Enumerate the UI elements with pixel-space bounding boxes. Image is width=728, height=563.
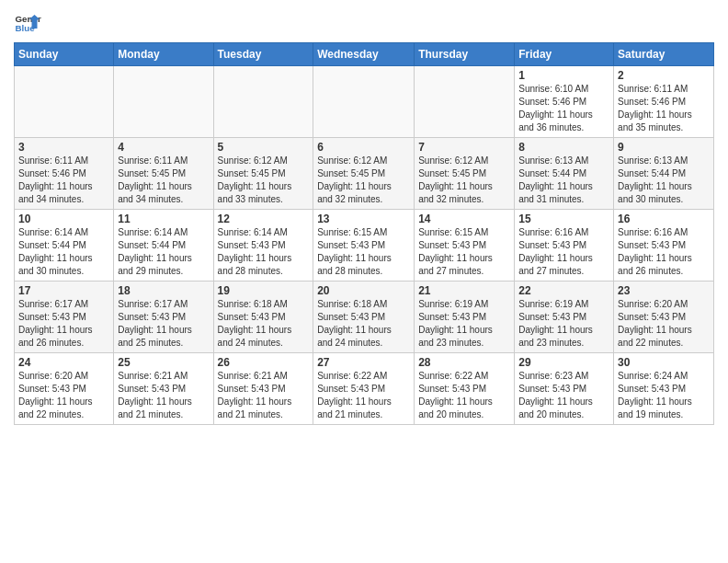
calendar-cell (114, 66, 213, 138)
calendar-cell: 13Sunrise: 6:15 AM Sunset: 5:43 PM Dayli… (313, 210, 415, 282)
day-number: 16 (618, 213, 710, 225)
calendar-cell: 6Sunrise: 6:12 AM Sunset: 5:45 PM Daylig… (313, 138, 415, 210)
day-info: Sunrise: 6:14 AM Sunset: 5:44 PM Dayligh… (118, 226, 209, 278)
calendar-cell: 7Sunrise: 6:12 AM Sunset: 5:45 PM Daylig… (415, 138, 515, 210)
day-number: 23 (618, 284, 710, 297)
day-number: 13 (317, 213, 410, 225)
day-info: Sunrise: 6:13 AM Sunset: 5:44 PM Dayligh… (518, 155, 609, 206)
day-number: 21 (418, 284, 510, 297)
calendar-cell (415, 66, 515, 138)
day-number: 4 (118, 141, 209, 154)
calendar-cell: 5Sunrise: 6:12 AM Sunset: 5:45 PM Daylig… (213, 138, 313, 210)
calendar-cell (213, 66, 313, 138)
calendar-header-row: SundayMondayTuesdayWednesdayThursdayFrid… (15, 43, 714, 66)
logo-icon: General Blue (14, 9, 41, 37)
day-info: Sunrise: 6:13 AM Sunset: 5:44 PM Dayligh… (618, 155, 710, 206)
day-info: Sunrise: 6:16 AM Sunset: 5:43 PM Dayligh… (618, 226, 710, 278)
day-info: Sunrise: 6:11 AM Sunset: 5:46 PM Dayligh… (18, 155, 109, 206)
day-number: 30 (618, 356, 710, 369)
day-info: Sunrise: 6:15 AM Sunset: 5:43 PM Dayligh… (418, 226, 510, 278)
calendar-cell: 23Sunrise: 6:20 AM Sunset: 5:43 PM Dayli… (614, 282, 714, 353)
calendar-cell: 19Sunrise: 6:18 AM Sunset: 5:43 PM Dayli… (213, 282, 313, 353)
weekday-header-sunday: Sunday (15, 43, 114, 66)
weekday-header-saturday: Saturday (614, 43, 714, 66)
calendar-cell: 1Sunrise: 6:10 AM Sunset: 5:46 PM Daylig… (515, 66, 614, 138)
day-number: 15 (518, 213, 609, 225)
calendar-cell: 28Sunrise: 6:22 AM Sunset: 5:43 PM Dayli… (415, 353, 515, 425)
day-number: 25 (118, 356, 209, 369)
calendar-cell: 21Sunrise: 6:19 AM Sunset: 5:43 PM Dayli… (415, 282, 515, 353)
calendar-body: 1Sunrise: 6:10 AM Sunset: 5:46 PM Daylig… (15, 66, 714, 425)
day-number: 22 (518, 284, 609, 297)
calendar-cell: 12Sunrise: 6:14 AM Sunset: 5:43 PM Dayli… (213, 210, 313, 282)
day-info: Sunrise: 6:22 AM Sunset: 5:43 PM Dayligh… (418, 370, 510, 421)
weekday-header-friday: Friday (515, 43, 614, 66)
day-info: Sunrise: 6:22 AM Sunset: 5:43 PM Dayligh… (317, 370, 410, 421)
calendar-cell: 24Sunrise: 6:20 AM Sunset: 5:43 PM Dayli… (15, 353, 114, 425)
calendar-cell: 14Sunrise: 6:15 AM Sunset: 5:43 PM Dayli… (415, 210, 515, 282)
calendar-cell: 26Sunrise: 6:21 AM Sunset: 5:43 PM Dayli… (213, 353, 313, 425)
day-info: Sunrise: 6:18 AM Sunset: 5:43 PM Dayligh… (218, 298, 310, 350)
day-number: 20 (317, 284, 410, 297)
day-info: Sunrise: 6:12 AM Sunset: 5:45 PM Dayligh… (418, 155, 510, 206)
calendar-cell: 17Sunrise: 6:17 AM Sunset: 5:43 PM Dayli… (15, 282, 114, 353)
day-info: Sunrise: 6:19 AM Sunset: 5:43 PM Dayligh… (418, 298, 510, 350)
day-number: 8 (518, 141, 609, 154)
calendar-cell: 8Sunrise: 6:13 AM Sunset: 5:44 PM Daylig… (515, 138, 614, 210)
day-number: 3 (18, 141, 109, 154)
day-number: 1 (518, 69, 609, 82)
calendar-cell: 15Sunrise: 6:16 AM Sunset: 5:43 PM Dayli… (515, 210, 614, 282)
day-number: 14 (418, 213, 510, 225)
day-number: 28 (418, 356, 510, 369)
day-number: 6 (317, 141, 410, 154)
calendar-cell: 18Sunrise: 6:17 AM Sunset: 5:43 PM Dayli… (114, 282, 213, 353)
day-number: 26 (218, 356, 310, 369)
calendar-cell: 16Sunrise: 6:16 AM Sunset: 5:43 PM Dayli… (614, 210, 714, 282)
calendar-week-4: 17Sunrise: 6:17 AM Sunset: 5:43 PM Dayli… (15, 282, 714, 353)
day-info: Sunrise: 6:12 AM Sunset: 5:45 PM Dayligh… (317, 155, 410, 206)
calendar-cell: 22Sunrise: 6:19 AM Sunset: 5:43 PM Dayli… (515, 282, 614, 353)
calendar-cell (15, 66, 114, 138)
day-info: Sunrise: 6:15 AM Sunset: 5:43 PM Dayligh… (317, 226, 410, 278)
weekday-header-wednesday: Wednesday (313, 43, 415, 66)
calendar-cell: 10Sunrise: 6:14 AM Sunset: 5:44 PM Dayli… (15, 210, 114, 282)
calendar-cell: 9Sunrise: 6:13 AM Sunset: 5:44 PM Daylig… (614, 138, 714, 210)
day-info: Sunrise: 6:20 AM Sunset: 5:43 PM Dayligh… (618, 298, 710, 350)
day-info: Sunrise: 6:14 AM Sunset: 5:43 PM Dayligh… (218, 226, 310, 278)
day-info: Sunrise: 6:16 AM Sunset: 5:43 PM Dayligh… (518, 226, 609, 278)
calendar-cell: 11Sunrise: 6:14 AM Sunset: 5:44 PM Dayli… (114, 210, 213, 282)
day-number: 10 (18, 213, 109, 225)
calendar-cell: 29Sunrise: 6:23 AM Sunset: 5:43 PM Dayli… (515, 353, 614, 425)
day-number: 18 (118, 284, 209, 297)
day-info: Sunrise: 6:19 AM Sunset: 5:43 PM Dayligh… (518, 298, 609, 350)
day-number: 17 (18, 284, 109, 297)
calendar-cell: 2Sunrise: 6:11 AM Sunset: 5:46 PM Daylig… (614, 66, 714, 138)
weekday-header-tuesday: Tuesday (213, 43, 313, 66)
day-info: Sunrise: 6:17 AM Sunset: 5:43 PM Dayligh… (118, 298, 209, 350)
day-info: Sunrise: 6:11 AM Sunset: 5:45 PM Dayligh… (118, 155, 209, 206)
day-info: Sunrise: 6:23 AM Sunset: 5:43 PM Dayligh… (518, 370, 609, 421)
day-number: 7 (418, 141, 510, 154)
calendar-cell: 20Sunrise: 6:18 AM Sunset: 5:43 PM Dayli… (313, 282, 415, 353)
day-info: Sunrise: 6:20 AM Sunset: 5:43 PM Dayligh… (18, 370, 109, 421)
calendar-cell: 25Sunrise: 6:21 AM Sunset: 5:43 PM Dayli… (114, 353, 213, 425)
day-info: Sunrise: 6:21 AM Sunset: 5:43 PM Dayligh… (218, 370, 310, 421)
calendar-cell (313, 66, 415, 138)
page-header: General Blue (14, 9, 714, 37)
logo: General Blue (14, 9, 41, 37)
day-info: Sunrise: 6:10 AM Sunset: 5:46 PM Dayligh… (518, 83, 609, 134)
day-number: 5 (218, 141, 310, 154)
calendar-week-2: 3Sunrise: 6:11 AM Sunset: 5:46 PM Daylig… (15, 138, 714, 210)
day-info: Sunrise: 6:14 AM Sunset: 5:44 PM Dayligh… (18, 226, 109, 278)
calendar-cell: 4Sunrise: 6:11 AM Sunset: 5:45 PM Daylig… (114, 138, 213, 210)
day-number: 2 (618, 69, 710, 82)
calendar-week-1: 1Sunrise: 6:10 AM Sunset: 5:46 PM Daylig… (15, 66, 714, 138)
calendar-table: SundayMondayTuesdayWednesdayThursdayFrid… (14, 42, 714, 425)
weekday-header-monday: Monday (114, 43, 213, 66)
day-number: 24 (18, 356, 109, 369)
day-number: 11 (118, 213, 209, 225)
day-info: Sunrise: 6:11 AM Sunset: 5:46 PM Dayligh… (618, 83, 710, 134)
calendar-week-3: 10Sunrise: 6:14 AM Sunset: 5:44 PM Dayli… (15, 210, 714, 282)
calendar-cell: 30Sunrise: 6:24 AM Sunset: 5:43 PM Dayli… (614, 353, 714, 425)
day-number: 12 (218, 213, 310, 225)
